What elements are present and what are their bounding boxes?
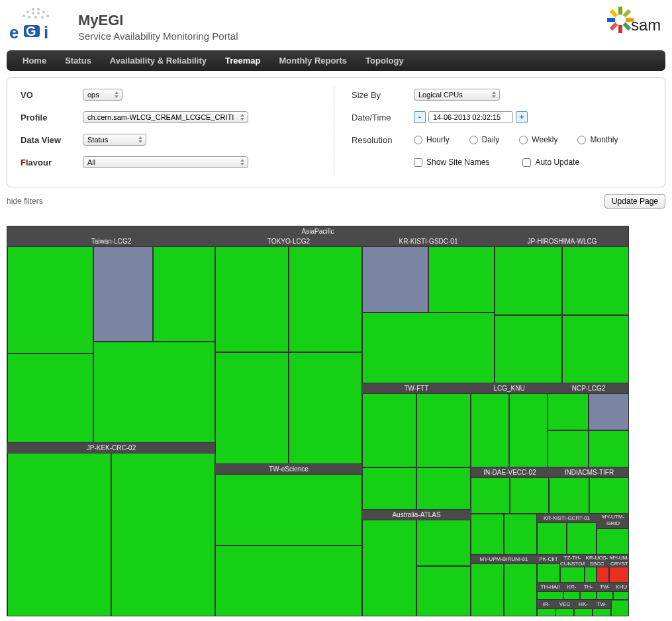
treemap-cell[interactable] [153, 246, 215, 342]
site-label: MY-UTM-GRID [597, 514, 629, 528]
treemap-cell[interactable] [589, 430, 629, 467]
sizeby-select[interactable]: Logical CPUs [414, 89, 500, 101]
treemap-cell[interactable] [416, 393, 471, 467]
treemap-cell[interactable] [611, 600, 629, 616]
treemap-cell[interactable] [215, 246, 289, 352]
treemap[interactable]: AsiaPacific Taiwan-LCG2 JP-KEK-CRC-02 TO… [7, 226, 629, 616]
treemap-cell[interactable] [549, 477, 589, 514]
resolution-hourly-radio[interactable] [414, 136, 422, 144]
nav-home[interactable]: Home [13, 50, 56, 71]
auto-update-checkbox[interactable] [522, 158, 531, 167]
treemap-cell[interactable] [580, 591, 597, 600]
site-label: KHU [613, 583, 629, 591]
svg-point-9 [41, 16, 44, 19]
vo-select[interactable]: ops [83, 89, 122, 101]
hide-filters-link[interactable]: hide filters [7, 197, 43, 206]
show-site-names-checkbox[interactable] [414, 158, 422, 167]
treemap-cell[interactable] [509, 393, 548, 467]
treemap-cell[interactable] [471, 477, 510, 514]
treemap-cell[interactable] [574, 608, 593, 616]
site-label: MY-UM-CRYST [609, 555, 629, 567]
show-site-names-label: Show Site Names [426, 158, 489, 167]
site-label: MY-UPM-BIRUNI-01 [471, 555, 537, 563]
treemap-cell[interactable] [597, 528, 629, 555]
resolution-daily-radio[interactable] [469, 136, 478, 144]
treemap-cell[interactable] [562, 246, 629, 315]
treemap-cell[interactable] [471, 514, 504, 555]
update-page-button[interactable]: Update Page [604, 194, 665, 209]
treemap-cell[interactable] [7, 453, 111, 616]
treemap-cell[interactable] [504, 514, 537, 555]
treemap-cell[interactable] [362, 467, 416, 510]
datetime-input[interactable] [428, 111, 513, 123]
svg-rect-19 [623, 9, 632, 18]
treemap-cell[interactable] [416, 566, 471, 616]
treemap-cell[interactable] [362, 312, 495, 383]
main-nav: Home Status Availability & Reliability T… [7, 50, 665, 71]
treemap-cell[interactable] [555, 608, 574, 616]
treemap-cell[interactable] [471, 393, 509, 467]
page-subtitle: Service Availability Monitoring Portal [78, 30, 606, 42]
treemap-cell[interactable] [548, 393, 589, 430]
treemap-cell[interactable] [495, 246, 562, 315]
treemap-cell[interactable] [215, 546, 362, 616]
svg-rect-15 [618, 7, 622, 15]
profile-select[interactable]: ch.cern.sam-WLCG_CREAM_LCGCE_CRITI( [83, 111, 248, 123]
treemap-cell[interactable] [593, 608, 611, 616]
treemap-cell[interactable] [289, 246, 362, 352]
svg-rect-22 [623, 23, 632, 31]
treemap-cell[interactable] [609, 567, 629, 583]
treemap-cell[interactable] [362, 246, 428, 312]
resolution-monthly-radio[interactable] [577, 136, 586, 144]
treemap-cell[interactable] [567, 522, 597, 555]
treemap-cell[interactable] [589, 393, 629, 430]
treemap-cell[interactable] [537, 522, 567, 555]
treemap-cell[interactable] [362, 520, 416, 616]
treemap-cell[interactable] [560, 567, 585, 583]
treemap-cell[interactable] [585, 567, 597, 583]
treemap-cell[interactable] [613, 591, 629, 600]
treemap-cell[interactable] [416, 467, 471, 510]
egi-logo: e G i [7, 5, 66, 44]
treemap-cell[interactable] [589, 477, 629, 514]
nav-treemap[interactable]: Treemap [216, 50, 269, 71]
datetime-minus-button[interactable]: - [414, 111, 426, 123]
treemap-cell[interactable] [562, 315, 629, 383]
treemap-cell[interactable] [537, 591, 563, 600]
nav-availability[interactable]: Availability & Reliability [101, 50, 216, 71]
treemap-cell[interactable] [537, 563, 560, 583]
treemap-cell[interactable] [416, 520, 471, 566]
treemap-cell[interactable] [215, 474, 362, 546]
treemap-cell[interactable] [563, 591, 580, 600]
treemap-cell[interactable] [7, 246, 93, 354]
treemap-cell[interactable] [93, 342, 215, 443]
flavour-select[interactable]: All [83, 156, 248, 168]
treemap-cell[interactable] [504, 563, 537, 616]
nav-status[interactable]: Status [56, 50, 101, 71]
dataview-select[interactable]: Status [83, 134, 146, 146]
treemap-cell[interactable] [495, 315, 562, 383]
treemap-cell[interactable] [510, 477, 549, 514]
treemap-cell[interactable] [215, 352, 289, 464]
treemap-cell[interactable] [548, 430, 589, 467]
site-label: TW-FTT [362, 383, 471, 393]
svg-point-0 [32, 8, 34, 11]
nav-monthly[interactable]: Monthly Reports [270, 50, 357, 71]
treemap-cell[interactable] [597, 567, 609, 583]
treemap-cell[interactable] [289, 352, 362, 464]
site-label: TW-eScience [215, 464, 362, 474]
treemap-cell[interactable] [471, 563, 504, 616]
resolution-weekly-radio[interactable] [519, 136, 528, 144]
treemap-cell[interactable] [428, 246, 495, 312]
site-label: TW- [593, 600, 611, 608]
treemap-cell[interactable] [362, 393, 416, 467]
treemap-cell[interactable] [93, 246, 153, 342]
datetime-plus-button[interactable]: + [516, 111, 528, 123]
nav-topology[interactable]: Topology [356, 50, 413, 71]
treemap-cell[interactable] [7, 354, 93, 443]
treemap-cell[interactable] [537, 608, 555, 616]
treemap-cell[interactable] [597, 591, 613, 600]
svg-point-1 [37, 8, 40, 11]
resolution-daily-label: Daily [482, 135, 500, 144]
treemap-cell[interactable] [111, 453, 215, 616]
